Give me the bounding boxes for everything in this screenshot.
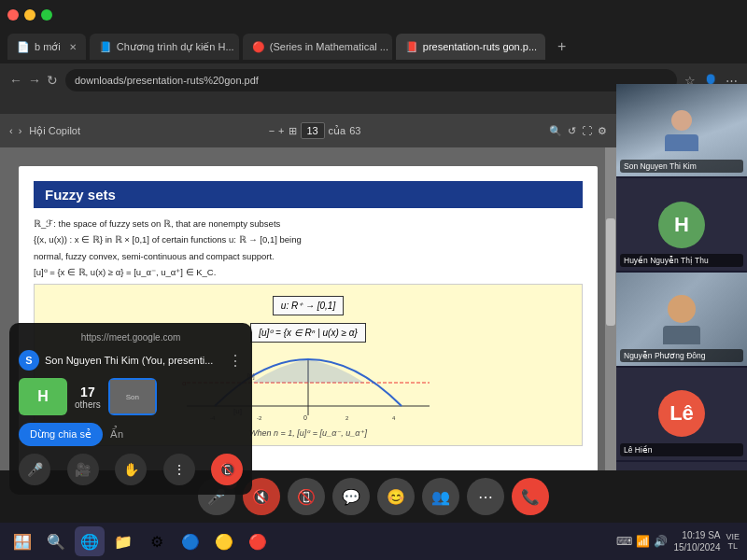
meet-participant-h: H [19,378,67,415]
tab-bar: 📄 b mới ✕ 📘 Chương trình dự kiến H... ✕ … [0,30,747,63]
tab-4-favicon: 📕 [405,41,418,53]
zoom-more-button[interactable]: ⋯ [467,478,504,515]
avatar-circle-3: Lê [658,390,705,437]
meet-self-video: Son [110,380,155,413]
meet-more-button[interactable]: ⋮ [228,352,243,370]
meet-action-area: Dừng chia sẻ Ẩn [19,423,243,446]
pdf-next-icon[interactable]: › [19,125,22,136]
tab-4[interactable]: 📕 presentation-ruts gon.p... ✕ [396,34,545,60]
tab-3-label: (Series in Mathematical ... [270,41,388,52]
clock-date: 15/10/2024 [673,541,720,553]
settings-pdf-icon[interactable]: ⚙ [598,125,607,137]
meet-presenter-info: S Son Nguyen Thi Kim (You, presenti... [19,350,213,371]
zoom-chat-button[interactable]: 💬 [332,478,370,515]
formula-box-2: [u]ᵅ = {x ∈ Rⁿ | u(x) ≥ α} [250,323,366,343]
window-controls [0,0,747,30]
pdf-line-1: ℝ_ℱ: the space of fuzzy sets on ℝ, that … [34,217,583,230]
taskbar-clock: 10:19 SA 15/10/2024 [673,529,720,553]
hide-button[interactable]: Ẩn [110,428,123,441]
participant-name-2: Nguyễn Phương Đông [620,349,743,362]
pdf-back-icon[interactable]: ‹ [9,125,13,136]
page-total: 63 [349,125,360,136]
taskbar-app2[interactable]: 🟡 [209,526,239,556]
pdf-line-2: {(x, u(x)) : x ∈ ℝ} in ℝ × [0,1] of cert… [34,233,583,245]
forward-button[interactable]: → [28,73,41,88]
meet-video-button[interactable]: 🎥 [67,454,99,485]
tab-3-favicon: 🔴 [252,41,265,53]
svg-text:0: 0 [303,414,307,421]
page-info-section: − + ⊞ của 63 [269,122,361,139]
tab-1-label: b mới [35,41,61,53]
taskbar-browser[interactable]: 🌐 [75,526,105,556]
formula-box-1: u: R⁺ → [0,1] [273,296,344,315]
meet-controls-row: 🎤 🎥 ✋ ⋮ 📵 [19,454,243,485]
page-separator: của [329,125,346,137]
stop-share-button[interactable]: Dừng chia sẻ [19,423,103,446]
search-pdf-icon[interactable]: 🔍 [549,125,562,137]
tab-1-favicon: 📄 [17,41,30,53]
window-close[interactable] [7,9,19,21]
avatar-circle-1: H [658,202,705,248]
minus-icon[interactable]: − [269,125,275,136]
pdf-scrollbar-thumb[interactable] [606,218,615,326]
fit-page-icon[interactable]: ⊞ [289,125,297,137]
taskbar-search[interactable]: 🔍 [41,526,71,556]
tab-2[interactable]: 📘 Chương trình dự kiến H... ✕ [90,34,239,60]
meet-more-controls-button[interactable]: ⋮ [163,454,195,485]
meet-mic-button[interactable]: 🎤 [19,454,50,485]
window-minimize[interactable] [24,9,35,21]
taskbar-right-area: ⌨ 📶 🔊 10:19 SA 15/10/2024 VIE TL [616,529,740,553]
participant-name-1: Huyền Nguyễn Thị Thu [620,254,743,267]
taskbar-app3[interactable]: 🔴 [243,526,273,556]
taskbar-start[interactable]: 🪟 [7,526,37,556]
meet-participants-row: H 17 others Son [19,378,243,415]
zoom-screen-button[interactable]: 📵 [288,478,325,515]
tab-1-close[interactable]: ✕ [69,42,77,52]
url-text: downloads/presentation-ruts%20gon.pdf [75,75,259,86]
participants-sidebar: Son Nguyen Thi Kim H Huyền Nguyễn Thị Th… [616,84,747,504]
wifi-icon: 📶 [636,535,650,548]
zoom-participants-button[interactable]: 👥 [422,478,459,515]
zoom-end-button[interactable]: 📞 [512,478,549,515]
fullscreen-icon[interactable]: ⛶ [582,125,592,136]
pdf-nav-section: ‹ › [9,125,21,136]
pdf-scrollbar[interactable] [605,147,616,504]
meet-notification: https://meet.google.com S Son Nguyen Thi… [9,323,252,495]
rotate-icon[interactable]: ↺ [568,125,576,137]
taskbar-settings[interactable]: ⚙ [142,526,172,556]
svg-text:-2: -2 [257,415,262,421]
tab-2-favicon: 📘 [99,41,112,53]
new-tab-button[interactable]: + [549,34,575,60]
copilot-label: Hội Copilot [29,125,80,137]
refresh-button[interactable]: ↻ [47,73,58,88]
participant-name-0: Son Nguyen Thi Kim [620,160,743,173]
tab-4-label: presentation-ruts gon.p... [423,41,537,52]
meet-presenter-row: S Son Nguyen Thi Kim (You, presenti... ⋮ [19,350,243,371]
back-button[interactable]: ← [9,73,22,88]
window-maximize[interactable] [41,9,52,21]
taskbar-app1[interactable]: 🔵 [176,526,205,556]
url-bar[interactable]: downloads/presentation-ruts%20gon.pdf [65,69,677,91]
participant-card-1: H Huyền Nguyễn Thị Thu [616,178,747,271]
taskbar: 🪟 🔍 🌐 📁 ⚙ 🔵 🟡 🔴 ⌨ 📶 🔊 10:19 SA 15/10/202… [0,523,747,560]
pdf-line-3: normal, fuzzy convex, semi-continuous an… [34,250,583,262]
participant-name-3: Lê Hiền [620,443,743,456]
tab-3[interactable]: 🔴 (Series in Mathematical ... ✕ [243,34,392,60]
pdf-content: ℝ_ℱ: the space of fuzzy sets on ℝ, that … [34,217,583,278]
participant-card-3: Lê Lê Hiền [616,368,747,460]
person-body-silhouette [665,134,698,151]
zoom-emoji-button[interactable]: 😊 [377,478,415,515]
clock-time: 10:19 SA [673,529,720,541]
meet-end-button[interactable]: 📵 [211,454,243,485]
tab-1[interactable]: 📄 b mới ✕ [7,34,86,60]
copilot-section: Hội Copilot [29,125,80,137]
pdf-slide-title: Fuzzy sets [34,181,583,208]
svg-text:4: 4 [392,415,396,421]
pdf-line-4: [u]ᵅ = {x ∈ ℝ, u(x) ≥ α} = [u_α⁻, u_α⁺] … [34,266,583,278]
plus-icon[interactable]: + [278,125,284,136]
page-number-input[interactable] [301,122,325,139]
meet-participant-h-avatar: H [19,378,67,415]
meet-hand-button[interactable]: ✋ [115,454,147,485]
meet-self-thumbnail: Son [108,378,157,415]
taskbar-files[interactable]: 📁 [108,526,138,556]
